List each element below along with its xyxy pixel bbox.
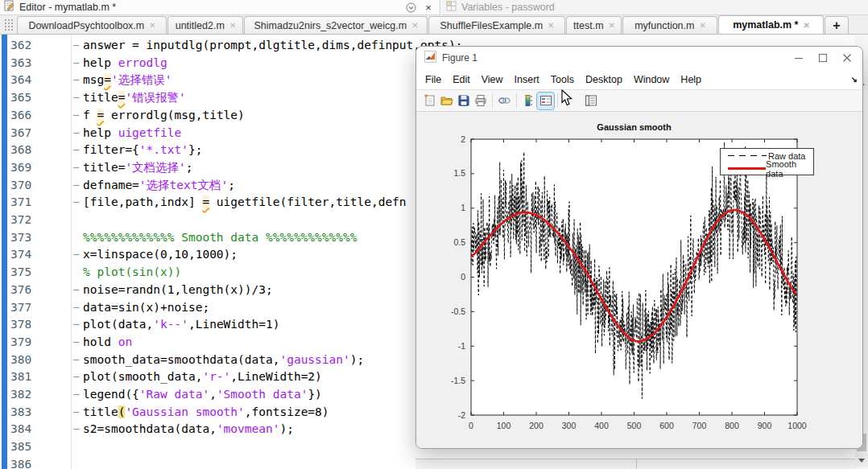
breakpoint-dash[interactable]: – <box>73 386 79 404</box>
document-tab-ttest-m[interactable]: ttest.m✕ <box>566 16 622 34</box>
document-tab-untitled2-m[interactable]: untitled2.m✕ <box>167 16 243 34</box>
line-number[interactable]: 366 <box>10 107 31 125</box>
menu-tools[interactable]: Tools <box>545 74 580 85</box>
line-number[interactable]: 378 <box>10 316 31 334</box>
tab-close-icon[interactable]: ✕ <box>228 21 242 30</box>
maximize-button[interactable] <box>811 47 835 69</box>
menu-window[interactable]: Window <box>628 74 675 85</box>
line-number[interactable]: 379 <box>10 334 31 352</box>
breakpoint-dash[interactable]: – <box>73 159 79 177</box>
line-number[interactable]: 373 <box>10 229 31 247</box>
breakpoint-dash[interactable]: – <box>73 55 79 72</box>
menu-desktop[interactable]: Desktop <box>580 74 628 85</box>
minimize-button[interactable] <box>787 47 811 69</box>
insert-colorbar-icon[interactable] <box>520 93 537 109</box>
svg-text:-1.5: -1.5 <box>451 376 465 385</box>
breakpoint-dash[interactable]: – <box>73 37 79 55</box>
code-text: f = errordlg(msg,title) <box>83 107 245 125</box>
line-number[interactable]: 376 <box>10 282 31 299</box>
line-number[interactable]: 369 <box>10 159 31 177</box>
menu-help[interactable]: Help <box>675 74 707 85</box>
document-tab-shimadzu2nirs-s2vector-weicg-m[interactable]: Shimadzu2nirs_s2vector_weicg.m✕ <box>244 16 428 34</box>
link-plot-icon[interactable] <box>496 93 513 109</box>
line-number[interactable]: 363 <box>10 55 31 72</box>
tab-close-icon[interactable]: ✕ <box>607 21 621 30</box>
line-number[interactable]: 364 <box>10 72 31 89</box>
document-tab-shufflefilesexample-m[interactable]: ShuffleFilesExample.m✕ <box>428 16 565 34</box>
svg-text:1.5: 1.5 <box>453 168 465 178</box>
line-number[interactable]: 380 <box>10 352 31 369</box>
panel-menu-icon[interactable] <box>404 2 417 14</box>
svg-text:800: 800 <box>725 421 739 430</box>
svg-text:1000: 1000 <box>787 421 807 430</box>
breakpoint-dash[interactable]: – <box>73 421 79 438</box>
breakpoint-dash[interactable]: – <box>73 72 79 89</box>
menu-overflow-icon[interactable]: ↘ <box>851 75 858 84</box>
breakpoint-dash[interactable]: – <box>73 194 79 212</box>
line-number[interactable]: 375 <box>10 264 31 282</box>
line-number[interactable]: 383 <box>10 404 31 422</box>
line-number[interactable]: 374 <box>10 246 31 264</box>
tab-close-icon[interactable]: ✕ <box>697 21 711 30</box>
tab-close-icon[interactable]: ✕ <box>410 21 424 30</box>
tab-close-icon[interactable]: ✕ <box>546 21 560 30</box>
new-figure-icon[interactable] <box>421 93 438 109</box>
line-number[interactable]: 371 <box>10 194 31 212</box>
tab-close-icon[interactable]: ✕ <box>147 21 161 30</box>
breakpoint-dash[interactable]: – <box>73 282 79 299</box>
plot-legend[interactable]: Raw data Smooth data <box>720 148 814 175</box>
line-number[interactable]: 386 <box>10 456 31 469</box>
property-inspector-icon[interactable] <box>582 93 599 109</box>
figure-titlebar[interactable]: Figure 1 <box>416 47 862 69</box>
breakpoint-dash[interactable]: – <box>73 89 79 107</box>
line-number[interactable]: 368 <box>10 142 31 159</box>
breakpoint-dash[interactable]: – <box>73 177 79 195</box>
menu-view[interactable]: View <box>476 74 509 85</box>
menu-file[interactable]: File <box>420 74 447 85</box>
close-button[interactable] <box>835 47 859 69</box>
document-tab-mymatlab-m-[interactable]: mymatlab.m *✕ <box>718 15 824 34</box>
document-tab-downloadpsychtoolbox-m[interactable]: DownloadPsychtoolbox.m✕ <box>17 16 167 34</box>
new-document-tab-button[interactable]: + <box>825 16 849 34</box>
panel-close-icon[interactable]: × <box>422 2 435 14</box>
toolbar-separator <box>516 93 517 108</box>
editor-icon <box>4 0 14 14</box>
line-number[interactable]: 370 <box>10 177 31 195</box>
code-text: hold on <box>83 334 132 352</box>
breakpoint-dash[interactable]: – <box>73 299 79 317</box>
document-tab-myfunction-m[interactable]: myfunction.m✕ <box>622 16 717 34</box>
svg-text:300: 300 <box>562 421 577 430</box>
code-text: title='文档选择'; <box>83 159 193 177</box>
menu-insert[interactable]: Insert <box>509 74 545 85</box>
breakpoint-dash[interactable]: – <box>73 125 79 142</box>
line-number[interactable]: 385 <box>10 438 31 456</box>
breakpoint-dash[interactable]: – <box>73 404 79 422</box>
breakpoint-dash[interactable]: – <box>73 316 79 334</box>
breakpoint-dash[interactable]: – <box>73 142 79 159</box>
breakpoint-dash[interactable]: – <box>73 107 79 125</box>
menu-edit[interactable]: Edit <box>447 74 476 85</box>
open-file-icon[interactable] <box>438 93 455 109</box>
tab-close-icon[interactable]: ✕ <box>801 21 815 30</box>
line-number[interactable]: 365 <box>10 89 31 107</box>
line-number[interactable]: 382 <box>10 386 31 404</box>
print-figure-icon[interactable] <box>472 93 489 109</box>
line-number[interactable]: 384 <box>10 421 31 438</box>
insert-legend-icon[interactable] <box>537 93 554 109</box>
breakpoint-dash[interactable]: – <box>73 246 79 264</box>
line-number[interactable]: 362 <box>10 37 31 55</box>
line-number[interactable]: 381 <box>10 368 31 386</box>
matlab-desktop: Editor - mymatlab.m * × Variables - pass… <box>0 0 868 469</box>
breakpoint-dash[interactable]: – <box>73 368 79 386</box>
svg-text:700: 700 <box>692 421 707 430</box>
variables-icon <box>446 0 457 14</box>
svg-text:100: 100 <box>497 421 511 430</box>
line-number[interactable]: 367 <box>10 125 31 142</box>
save-figure-icon[interactable] <box>455 93 472 109</box>
line-number[interactable]: 377 <box>10 299 31 317</box>
breakpoint-dash[interactable]: – <box>73 352 79 369</box>
breakpoint-dash[interactable]: – <box>73 334 79 352</box>
tabbar-grip-handle[interactable] <box>4 19 14 31</box>
scrollbar-down-arrow[interactable] <box>855 454 868 467</box>
line-number[interactable]: 372 <box>10 212 31 229</box>
